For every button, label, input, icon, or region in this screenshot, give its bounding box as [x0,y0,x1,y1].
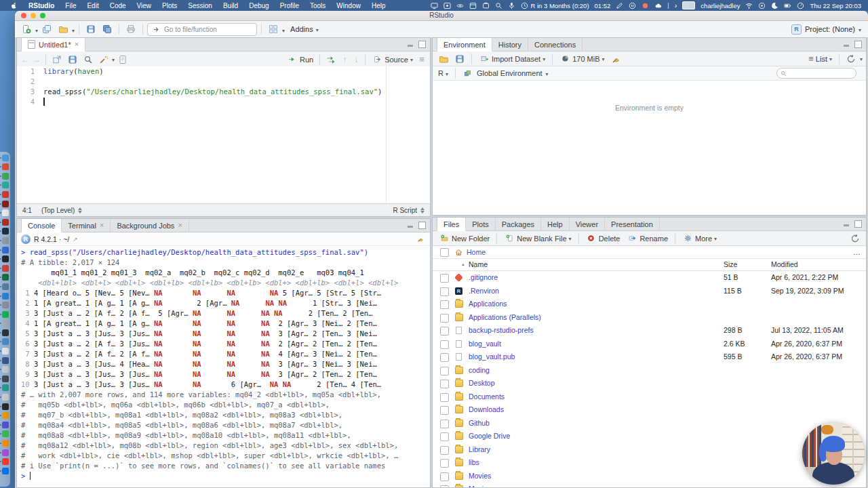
target-icon[interactable] [758,2,766,9]
file-checkbox[interactable] [440,420,449,428]
open-file-caret-icon[interactable] [72,24,75,35]
file-name-link[interactable]: Google Drive [469,432,510,440]
file-checkbox[interactable] [440,380,449,388]
refresh-files-button[interactable] [848,232,863,245]
menubar-time-text[interactable]: 01:52 [595,2,611,9]
dock-app-icon[interactable] [2,348,9,354]
list-view-button[interactable]: List [806,54,835,63]
dock-app-icon[interactable] [2,173,9,180]
save-source-button[interactable] [65,53,80,66]
dock-app-icon[interactable] [2,449,9,456]
column-header-size[interactable]: Size [724,260,737,268]
dock-app-icon[interactable] [2,329,9,336]
file-checkbox[interactable] [440,472,449,481]
column-header-name[interactable]: Name [469,260,488,268]
breadcrumb-home[interactable]: Home [467,248,486,256]
menu-help[interactable]: Help [366,2,391,9]
dock-app-icon[interactable] [2,265,9,272]
tab-console[interactable]: Console [21,219,62,232]
code-editor[interactable]: 1library(haven)23read_spss("/Users/charl… [17,66,430,204]
menu-file[interactable]: File [60,2,81,9]
file-name-link[interactable]: blog_vault.pub [469,352,515,361]
sort-ascending-icon[interactable] [461,261,465,268]
file-checkbox[interactable] [440,406,449,415]
save-all-button[interactable] [100,22,115,36]
file-row[interactable]: blog_vault2.6 KBApr 26, 2020, 6:37 PM [433,338,866,351]
dock-app-icon[interactable] [2,237,9,244]
file-name-link[interactable]: Applications (Parallels) [469,313,541,321]
file-row[interactable]: Google Drive [433,430,866,443]
maximize-pane-icon[interactable] [854,41,862,48]
console-output[interactable]: > read_spss("/Users/charliejhadley/Deskt… [17,246,430,481]
select-all-checkbox[interactable] [440,248,449,257]
file-name-link[interactable]: Movies [469,472,491,480]
app-timer-chip[interactable]: R in 3 Months (0:20) [521,2,589,9]
menu-window[interactable]: Window [331,2,366,9]
menu-tools[interactable]: Tools [304,2,331,9]
dock-app-icon[interactable] [2,430,9,437]
wifi-icon[interactable] [745,2,753,9]
file-name-link[interactable]: backup-rstudio-prefs [469,326,534,334]
open-file-button[interactable] [56,22,71,36]
file-row[interactable]: Movies [433,470,866,483]
back-icon[interactable] [21,56,29,64]
tab-plots[interactable]: Plots [466,218,495,230]
file-checkbox[interactable] [440,314,449,323]
clear-console-button[interactable] [415,234,426,245]
menubar-clock[interactable]: Thu 22 Sep 20:03 [810,2,861,9]
menubar-timer-text[interactable]: R in 3 Months (0:20) [530,2,589,9]
dock-app-icon[interactable] [2,182,9,188]
pausec-icon[interactable] [629,2,636,9]
menu-plots[interactable]: Plots [157,2,182,9]
tab-help[interactable]: Help [541,218,570,230]
tab-background-jobs[interactable]: Background Jobs [111,219,189,232]
chevron-icon[interactable] [675,2,677,9]
file-name-link[interactable]: .gitignore [469,273,498,281]
delete-button[interactable]: Delete [583,233,623,244]
maximize-pane-icon[interactable] [854,220,862,228]
file-checkbox[interactable] [440,459,449,468]
column-header-modified[interactable]: Modified [771,260,798,268]
menu-debug[interactable]: Debug [243,2,274,9]
dock-app-icon[interactable] [2,228,9,235]
save-button[interactable] [83,22,98,36]
environment-search-box[interactable] [776,68,856,79]
cloud-icon[interactable] [654,2,662,9]
code-tools-caret-icon[interactable] [112,56,115,63]
addins-menu[interactable]: Addins [286,25,323,33]
dock-app-icon[interactable] [2,209,9,216]
dock-app-icon[interactable] [2,191,9,198]
close-tab-icon[interactable] [100,222,104,229]
file-checkbox[interactable] [440,287,449,296]
battery-icon[interactable] [784,2,791,9]
file-row[interactable]: blog_vault.pub595 BApr 26, 2020, 6:37 PM [433,350,866,364]
dock-app-icon[interactable] [2,274,9,281]
environment-search-input[interactable] [789,69,852,78]
file-name-link[interactable]: Github [469,419,490,427]
minimize-pane-icon[interactable] [843,221,850,228]
timer-icon[interactable] [521,2,528,9]
memory-usage-button[interactable]: 170 MiB [557,54,607,64]
dock-app-icon[interactable] [2,256,9,262]
file-name-link[interactable]: blog_vault [469,340,501,348]
pencil-icon[interactable] [616,2,623,9]
file-row[interactable]: Applications (Parallels) [433,311,866,325]
file-row[interactable]: Github [433,417,866,430]
maximize-pane-icon[interactable] [418,222,426,229]
dock-app-icon[interactable] [2,412,9,419]
next-chunk-icon[interactable] [354,56,358,64]
dock-app-icon[interactable] [2,458,9,465]
file-row[interactable]: Applications [433,298,866,311]
document-outline-icon[interactable] [419,55,425,64]
menu-view[interactable]: View [132,2,157,9]
file-row[interactable]: Music [433,483,866,488]
file-row[interactable]: Library [433,443,866,457]
dock-app-icon[interactable] [2,357,9,364]
minimize-pane-icon[interactable] [407,41,414,48]
file-type-selector[interactable]: R Script [393,207,425,214]
load-workspace-button[interactable] [436,52,451,66]
rename-button[interactable]: Rename [624,233,671,244]
file-checkbox[interactable] [440,353,449,362]
file-checkbox[interactable] [440,432,449,441]
code-tools-button[interactable] [96,53,111,66]
